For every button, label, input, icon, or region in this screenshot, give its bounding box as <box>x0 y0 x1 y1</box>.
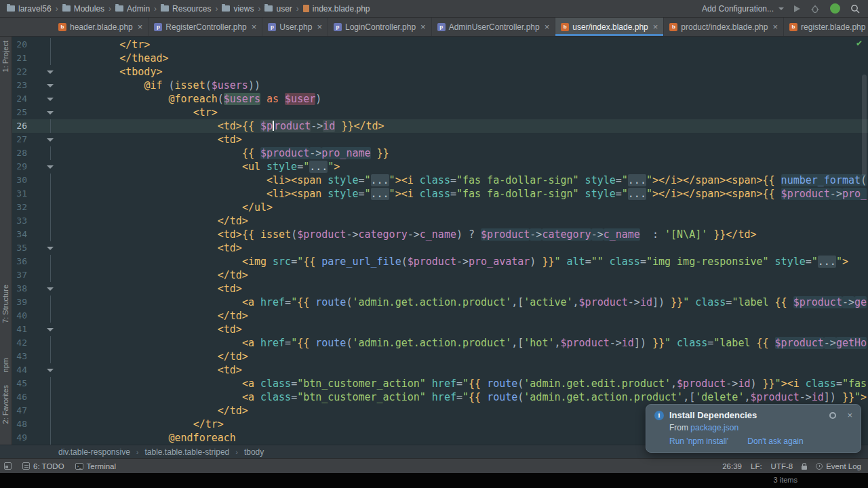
code-line-41[interactable]: 41 <td> <box>12 323 868 336</box>
code-line-34[interactable]: 34 <td>{{ isset($product->category->c_na… <box>12 228 868 241</box>
code-line-46[interactable]: 46 <a class="btn_customer_action" href="… <box>12 390 868 404</box>
code-line-36[interactable]: 36 <img src="{{ pare_url_file($product->… <box>12 255 868 268</box>
fold-arrow-icon[interactable] <box>33 65 71 79</box>
close-tab-icon[interactable]: × <box>653 22 658 31</box>
dont-ask-again-link[interactable]: Don't ask again <box>747 436 803 446</box>
package-json-link[interactable]: package.json <box>690 423 738 432</box>
code-line-27[interactable]: 27 <td> <box>12 133 868 146</box>
project-path-item[interactable]: laravel56 <box>7 4 52 14</box>
chevron-down-icon <box>778 7 784 10</box>
breadcrumb-item-tbody[interactable]: tbody <box>244 447 264 457</box>
code-text: <a class="btn_customer_action" href="{{ … <box>71 377 868 390</box>
code-line-25[interactable]: 25 <tr> <box>12 106 868 119</box>
line-number: 40 <box>12 309 33 323</box>
code-line-26[interactable]: 26 <td>{{ $product->id }}</td> <box>12 119 868 133</box>
tab-product/index.blade.php[interactable]: bproduct/index.blade.php× <box>664 18 784 36</box>
code-line-30[interactable]: 30 <li><span style="..."><i class="fas f… <box>12 174 868 187</box>
tool-stripe-favorites[interactable]: 2: Favorites <box>1 385 9 424</box>
breadcrumb-item-div[interactable]: div.table-responsive <box>58 447 130 457</box>
tab-LoginController.php[interactable]: pLoginController.php× <box>328 18 432 36</box>
debug-icon[interactable] <box>810 4 820 14</box>
close-tab-icon[interactable]: × <box>420 22 426 31</box>
line-separator[interactable]: LF: <box>751 462 762 470</box>
blade-file-icon: b <box>58 23 66 31</box>
fold-arrow-icon[interactable] <box>33 160 71 174</box>
tab-AdminUserController.php[interactable]: pAdminUserController.php× <box>432 18 556 36</box>
close-tab-icon[interactable]: × <box>138 22 143 31</box>
fold-arrow-icon[interactable] <box>33 92 71 106</box>
read-write-lock-icon[interactable] <box>802 466 807 470</box>
todo-tool-button[interactable]: 6: TODO <box>22 462 64 470</box>
caret-position[interactable]: 26:39 <box>722 462 742 470</box>
code-line-20[interactable]: 20 </tr> <box>12 38 868 52</box>
fold-arrow-icon[interactable] <box>33 106 71 119</box>
code-line-35[interactable]: 35 <td> <box>12 241 868 255</box>
breadcrumb-item-table[interactable]: table.table.table-striped <box>145 447 230 457</box>
fold-arrow-icon[interactable] <box>33 363 71 377</box>
blade-file-icon: b <box>561 23 569 31</box>
project-path-item[interactable]: user <box>264 4 292 14</box>
fold-arrow-icon[interactable] <box>33 133 71 146</box>
code-line-33[interactable]: 33 </td> <box>12 214 868 228</box>
code-line-29[interactable]: 29 <ul style="..."> <box>12 160 868 174</box>
inspections-ok-icon[interactable] <box>856 39 863 48</box>
code-line-38[interactable]: 38 <td> <box>12 282 868 296</box>
close-tab-icon[interactable]: × <box>252 22 257 31</box>
fold-arrow-icon[interactable] <box>33 79 71 92</box>
fold-arrow-icon[interactable] <box>33 282 71 296</box>
project-path-item[interactable]: index.blade.php <box>303 4 370 14</box>
run-icon[interactable] <box>794 5 800 12</box>
code-line-43[interactable]: 43 </td> <box>12 350 868 363</box>
project-path-item[interactable]: Resources <box>161 4 211 14</box>
close-tab-icon[interactable]: × <box>317 22 322 31</box>
code-text: </td> <box>71 214 868 228</box>
fold-arrow-icon[interactable] <box>33 241 71 255</box>
code-line-31[interactable]: 31 <li><span style="..."><i class="fas f… <box>12 187 868 201</box>
tab-label: header.blade.php <box>70 22 133 32</box>
notification-close-icon[interactable]: × <box>847 410 852 420</box>
code-line-40[interactable]: 40 </td> <box>12 309 868 323</box>
terminal-tool-button[interactable]: ›_ Terminal <box>75 462 116 470</box>
search-icon[interactable] <box>850 4 860 14</box>
todo-label: 6: TODO <box>33 462 64 470</box>
tool-stripe-npm[interactable]: npm <box>1 358 9 372</box>
code-line-37[interactable]: 37 </td> <box>12 268 868 282</box>
run-npm-install-link[interactable]: Run 'npm install' <box>669 436 728 446</box>
tab-RegisterController.php[interactable]: pRegisterController.php× <box>149 18 262 36</box>
code-line-24[interactable]: 24 @foreach($users as $user) <box>12 92 868 106</box>
fold-guide <box>33 296 71 309</box>
close-tab-icon[interactable]: × <box>545 22 550 31</box>
project-path-item[interactable]: views <box>222 4 254 14</box>
editor-scrollbar[interactable] <box>862 75 867 176</box>
blade-file-icon: b <box>789 23 797 31</box>
file-encoding[interactable]: UTF-8 <box>771 462 793 470</box>
close-tab-icon[interactable]: × <box>772 22 778 31</box>
tab-register.blade.php[interactable]: bregister.blade.php× <box>784 18 868 36</box>
notification-settings-icon[interactable] <box>829 412 836 419</box>
run-configuration-select[interactable]: Add Configuration... <box>702 4 784 14</box>
tab-header.blade.php[interactable]: bheader.blade.php× <box>53 18 149 36</box>
code-line-45[interactable]: 45 <a class="btn_customer_action" href="… <box>12 377 868 390</box>
tool-window-switcher-icon[interactable] <box>4 462 12 470</box>
code-line-42[interactable]: 42 <a href="{{ route('admin.get.action.p… <box>12 336 868 350</box>
code-line-28[interactable]: 28 {{ $product->pro_name }} <box>12 146 868 160</box>
code-line-21[interactable]: 21 </thead> <box>12 52 868 65</box>
tab-User.php[interactable]: pUser.php× <box>262 18 328 36</box>
event-log-button[interactable]: Event Log <box>816 462 861 470</box>
tool-stripe-project[interactable]: 1: Project <box>1 41 9 72</box>
code-editor[interactable]: 20 </tr>21 </thead>22 <tbody>23 @if (iss… <box>12 37 868 445</box>
fold-arrow-icon[interactable] <box>33 323 71 336</box>
code-line-39[interactable]: 39 <a href="{{ route('admin.get.action.p… <box>12 296 868 309</box>
project-path-item[interactable]: Admin <box>115 4 150 14</box>
status-bar: 6: TODO ›_ Terminal 26:39 LF: UTF-8 Even… <box>0 458 868 473</box>
code-line-32[interactable]: 32 </ul> <box>12 201 868 214</box>
code-line-44[interactable]: 44 <td> <box>12 363 868 377</box>
line-number: 45 <box>12 377 33 390</box>
code-line-23[interactable]: 23 @if (isset($users)) <box>12 79 868 92</box>
tab-user/index.blade.php[interactable]: buser/index.blade.php× <box>555 18 664 36</box>
code-rows[interactable]: 20 </tr>21 </thead>22 <tbody>23 @if (iss… <box>12 37 868 445</box>
user-avatar[interactable] <box>830 3 840 14</box>
code-line-22[interactable]: 22 <tbody> <box>12 65 868 79</box>
tool-stripe-structure[interactable]: 7: Structure <box>1 285 9 323</box>
project-path-item[interactable]: Modules <box>62 4 104 14</box>
